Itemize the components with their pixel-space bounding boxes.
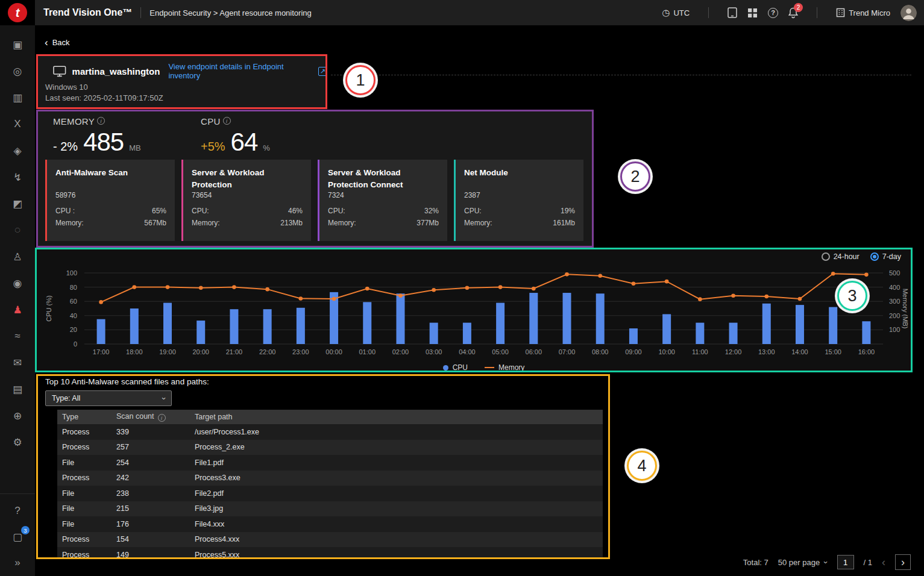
cpu-row-label: CPU: [328,207,345,215]
radio-24-hour[interactable]: 24-hour [822,252,860,261]
cpu-memory-chart: 02040608010010020030040050017:0018:0019:… [36,266,912,362]
legend-cpu[interactable]: CPU [443,363,468,372]
email-security-icon[interactable]: ✉ [10,355,25,370]
cpu-row-label: CPU: [464,207,482,215]
agent-monitoring-icon[interactable]: ♟ [10,302,25,317]
memory-row-label: Memory: [464,219,492,227]
user-avatar[interactable] [900,5,917,21]
back-label: Back [52,38,70,47]
data-security-icon[interactable]: ◩ [10,196,25,211]
avatar-icon [900,5,917,21]
topbar: t Trend Vision One™ Endpoint Security > … [0,0,924,25]
table-row: File254File1.pdf [57,455,603,471]
identity-security-icon[interactable]: ♙ [10,249,25,264]
svg-text:12:00: 12:00 [725,348,742,355]
svg-text:100: 100 [66,269,77,277]
console-icon[interactable]: ▣ [10,37,25,52]
column-target-path: Target path [190,410,603,424]
info-icon[interactable]: i [97,117,105,125]
notification-badge: 2 [794,3,803,12]
svg-text:200: 200 [889,312,900,319]
help-icon[interactable]: ? [10,504,25,518]
per-page-selector[interactable]: 50 per page › [778,558,828,567]
svg-text:CPU (%): CPU (%) [45,295,52,321]
svg-text:40: 40 [70,312,77,319]
detection-model-icon[interactable]: ◈ [10,143,25,158]
table-row: Process257Process_2.exe [57,440,603,455]
radio-7-day[interactable]: 7-day [870,252,901,261]
breadcrumb: Endpoint Security > Agent resource monit… [149,8,311,17]
tenant-selector[interactable]: Trend Micro [836,8,890,17]
svg-text:09:00: 09:00 [625,348,642,355]
module-card-anti-malware: Anti-Malware Scan 58976 CPU :65% Memory:… [45,160,175,241]
svg-text:80: 80 [70,284,77,291]
annotation-circle-2: 2 [620,161,650,192]
notifications-button[interactable]: 2 [788,7,798,19]
dotted-divider [331,75,911,75]
radio-icon [822,252,830,261]
svg-text:10:00: 10:00 [658,348,675,355]
tenant-label: Trend Micro [849,8,890,17]
svg-text:0: 0 [74,340,77,348]
legend-memory[interactable]: Memory [485,363,524,372]
network-security-icon[interactable]: ≈ [10,329,25,343]
topbar-right: ◷ UTC ? [662,5,924,21]
cpu-row-label: CPU: [192,207,209,215]
reports-icon[interactable]: ▤ [10,382,25,396]
svg-text:22:00: 22:00 [259,348,276,355]
table-row: Process242Process3.exe [57,471,603,486]
radio-label: 24-hour [834,252,860,261]
threat-intelligence-icon[interactable]: ⊕ [10,409,25,423]
svg-text:08:00: 08:00 [592,348,609,355]
table-row: File215File3.jpg [57,501,603,517]
xdr-threat-investigation-icon[interactable]: X [10,117,25,131]
table-row: Process339/user/Process1.exe [57,424,603,440]
memory-metric: MEMORY i - 2% 485 MB [53,116,141,157]
expand-icon[interactable]: » [10,556,25,570]
trend-micro-logo[interactable]: t [0,0,35,25]
search-icon[interactable]: ◌ [10,223,25,237]
back-button[interactable]: ‹ Back [45,38,70,47]
endpoint-details-card: martina_washington View endpoint details… [37,55,327,109]
timezone-selector[interactable]: ◷ UTC [662,7,690,18]
console-shortcut-button[interactable] [728,7,737,18]
cloud-security-icon[interactable]: ◉ [10,276,25,290]
sidebar-bottom: ?▢3» [0,493,35,576]
whats-new-icon[interactable]: ▢3 [10,530,25,544]
sidebar: ▣◎▥X◈↯◩◌♙◉♟≈✉▤⊕⚙ ?▢3» [0,25,35,576]
radio-label: 7-day [882,252,901,261]
type-filter-label: Type: All [52,394,80,402]
help-icon: ? [768,8,778,18]
clock-icon: ◷ [662,7,670,18]
module-name: Net Module [464,167,575,191]
svg-text:07:00: 07:00 [559,348,576,355]
dashboard-icon[interactable]: ▥ [10,90,25,105]
help-button[interactable]: ? [768,8,778,18]
previous-page-button[interactable]: ‹ [882,556,885,569]
administration-icon[interactable]: ⚙ [10,435,25,449]
endpoint-inventory-link[interactable]: View endpoint details in Endpoint invent… [168,62,327,80]
page-number-input[interactable]: 1 [837,555,854,569]
module-card-net-module: Net Module 2387 CPU:19% Memory:161Mb [454,160,583,241]
cpu-metric: CPU i +5% 64 % [201,116,270,157]
svg-text:02:00: 02:00 [392,348,409,355]
next-page-button[interactable]: › [895,554,911,570]
type-filter-dropdown[interactable]: Type: All › [45,390,172,406]
info-icon[interactable]: i [158,414,166,422]
svg-text:16:00: 16:00 [858,348,875,355]
time-range-selector: 24-hour 7-day [822,252,901,261]
cpu-unit: % [263,143,270,152]
scanned-files-section: Top 10 Anti-Malware scanned files and pa… [37,375,610,559]
column-scan-count: Scan counti [112,410,190,424]
svg-text:01:00: 01:00 [359,348,376,355]
response-icon[interactable]: ↯ [10,170,25,184]
scanned-files-table: Type Scan counti Target path Process339/… [57,410,603,559]
integrations-button[interactable] [747,8,758,18]
module-scan-count: 73654 [192,191,303,199]
module-scan-count: 7324 [328,191,439,199]
module-card-swp: Server & Workload Protection 73654 CPU:4… [181,160,311,241]
trend-micro-logo-icon: t [8,3,27,22]
attack-surface-icon[interactable]: ◎ [10,64,25,78]
endpoint-last-seen: Last seen: 2025-02-11T09:17:50Z [45,93,163,102]
info-icon[interactable]: i [223,117,231,125]
